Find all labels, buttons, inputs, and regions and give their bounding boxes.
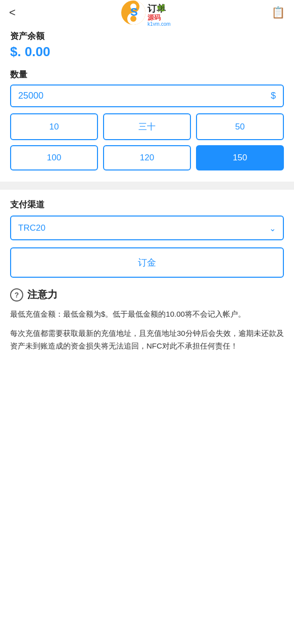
qty-btn-150[interactable]: 150 <box>196 145 284 170</box>
svg-text:源码: 源码 <box>148 14 161 21</box>
logo-svg: S 订单 🌿 源码 k1ym.com <box>119 0 175 26</box>
notice-text-2: 每次充值都需要获取最新的充值地址，且充值地址30分钟后会失效，逾期未还款及资产未… <box>10 327 284 353</box>
clipboard-icon[interactable]: 📋 <box>271 6 285 19</box>
svg-text:S: S <box>130 6 138 18</box>
qty-btn-30[interactable]: 三十 <box>103 113 191 140</box>
svg-text:🌿: 🌿 <box>157 4 166 13</box>
qty-btn-10[interactable]: 10 <box>10 113 98 140</box>
payment-section: 支付渠道 TRC20 ERC20 BEP20 ⌄ 订金 <box>10 190 284 288</box>
back-button[interactable]: < <box>9 7 16 18</box>
logo: S 订单 🌿 源码 k1ym.com <box>119 0 175 26</box>
quantity-input-wrapper: $ <box>10 84 284 107</box>
payment-label: 支付渠道 <box>10 199 284 210</box>
deposit-button[interactable]: 订金 <box>10 247 284 278</box>
asset-value: $. 0.00 <box>10 44 284 60</box>
qty-btn-100[interactable]: 100 <box>10 145 98 170</box>
quick-amount-buttons: 10 三十 50 100 120 150 <box>10 113 284 170</box>
notice-text-1: 最低充值金额：最低金额为$。低于最低金额的10.00将不会记入帐户。 <box>10 308 284 321</box>
payment-select-wrapper: TRC20 ERC20 BEP20 ⌄ <box>10 216 284 240</box>
dollar-sign: $ <box>271 91 276 101</box>
quantity-input[interactable] <box>18 91 271 101</box>
notice-icon: ? <box>10 288 23 302</box>
svg-text:k1ym.com: k1ym.com <box>148 21 171 26</box>
payment-channel-select[interactable]: TRC20 ERC20 BEP20 <box>11 217 283 239</box>
notice-title: ? 注意力 <box>10 288 284 302</box>
qty-btn-50[interactable]: 50 <box>196 113 284 140</box>
notice-title-text: 注意力 <box>27 288 58 302</box>
asset-label: 资产余额 <box>10 30 284 42</box>
main-content: 资产余额 $. 0.00 数量 $ 10 三十 50 100 120 150 支… <box>0 23 294 353</box>
quantity-label: 数量 <box>10 69 284 80</box>
section-divider <box>0 182 294 190</box>
header: < S 订单 🌿 源码 k1ym.com 📋 <box>0 0 294 23</box>
qty-btn-120[interactable]: 120 <box>103 145 191 170</box>
